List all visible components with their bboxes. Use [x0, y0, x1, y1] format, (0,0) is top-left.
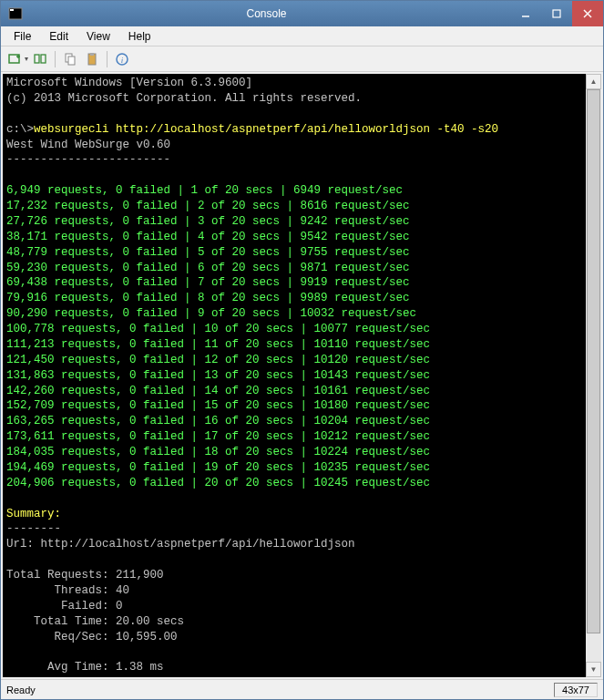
toolbar-separator	[107, 51, 107, 67]
svg-rect-3	[553, 10, 560, 17]
window-title: Console	[23, 7, 510, 20]
svg-rect-12	[68, 57, 75, 65]
split-button[interactable]	[30, 49, 50, 69]
status-dimensions: 43x77	[554, 683, 598, 697]
window-controls	[510, 1, 603, 26]
toolbar: ▾ i	[1, 46, 603, 72]
info-button[interactable]: i	[112, 49, 132, 69]
scroll-thumb[interactable]	[587, 89, 600, 633]
menu-help[interactable]: Help	[119, 28, 160, 45]
paste-button[interactable]	[82, 49, 102, 69]
new-tab-button[interactable]	[5, 49, 25, 69]
menu-file[interactable]: File	[5, 28, 40, 45]
svg-rect-1	[10, 9, 14, 11]
maximize-button[interactable]	[541, 1, 572, 26]
menu-edit[interactable]: Edit	[40, 28, 77, 45]
vertical-scrollbar[interactable]: ▲ ▼	[586, 74, 601, 677]
copy-button[interactable]	[60, 49, 80, 69]
close-button[interactable]	[572, 1, 603, 26]
minimize-button[interactable]	[510, 1, 541, 26]
titlebar[interactable]: Console	[1, 1, 603, 26]
status-left: Ready	[6, 685, 36, 695]
menu-view[interactable]: View	[77, 28, 119, 45]
app-icon	[8, 6, 23, 21]
terminal[interactable]: Microsoft Windows [Version 6.3.9600] (c)…	[3, 74, 586, 677]
svg-text:i: i	[121, 56, 124, 65]
terminal-area: Microsoft Windows [Version 6.3.9600] (c)…	[1, 72, 603, 679]
scroll-track[interactable]	[586, 89, 601, 662]
console-window: Console File Edit View Help ▾	[0, 0, 604, 700]
svg-rect-14	[90, 53, 94, 56]
scroll-up-button[interactable]: ▲	[586, 74, 601, 89]
scroll-down-button[interactable]: ▼	[586, 662, 601, 677]
statusbar: Ready 43x77	[1, 679, 603, 699]
svg-rect-10	[41, 55, 46, 63]
toolbar-separator	[55, 51, 56, 67]
svg-rect-9	[35, 55, 39, 63]
dropdown-arrow-icon[interactable]: ▾	[25, 55, 28, 63]
menubar: File Edit View Help	[1, 26, 603, 46]
